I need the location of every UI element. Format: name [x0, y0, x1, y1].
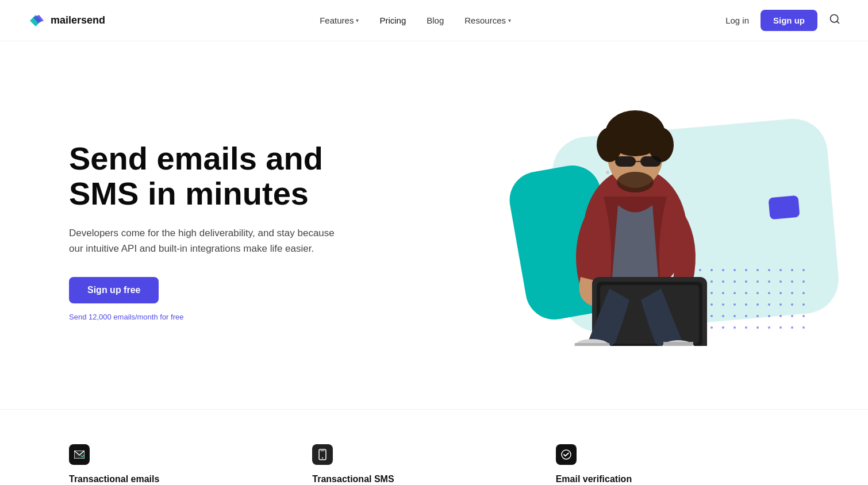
- login-link[interactable]: Log in: [725, 16, 749, 25]
- logo-icon: [28, 11, 46, 30]
- resources-chevron-icon: ▾: [508, 17, 511, 24]
- search-icon: [829, 13, 840, 25]
- nav-blog[interactable]: Blog: [427, 16, 444, 25]
- nav-links: Features ▾ Pricing Blog Resources ▾: [320, 16, 511, 25]
- feature-transactional-emails: Transactional emails Send with confidenc…: [69, 433, 312, 485]
- nav-resources[interactable]: Resources ▾: [464, 16, 511, 25]
- person-illustration: [535, 82, 742, 346]
- svg-line-3: [837, 21, 839, 24]
- features-chevron-icon: ▾: [356, 17, 359, 24]
- hero-section: Send emails and SMS in minutes Developer…: [0, 41, 868, 409]
- feature-email-verification: Email verification Keep your domain repu…: [556, 433, 799, 485]
- feature-2-title: Email verification: [556, 474, 781, 484]
- svg-point-22: [322, 457, 323, 459]
- hero-person: [535, 82, 742, 346]
- hero-title: Send emails and SMS in minutes: [69, 141, 345, 211]
- hero-signup-button[interactable]: Sign up free: [69, 277, 159, 303]
- feature-transactional-sms: Transactional SMS Send qualified SMS tex…: [312, 433, 555, 485]
- hero-illustration: [489, 93, 822, 369]
- signup-button[interactable]: Sign up: [761, 10, 817, 31]
- svg-rect-11: [640, 156, 661, 167]
- nav-actions: Log in Sign up: [725, 10, 840, 31]
- logo-text: mailersend: [51, 14, 105, 26]
- navbar: mailersend Features ▾ Pricing Blog Resou…: [0, 0, 868, 41]
- logo-link[interactable]: mailersend: [28, 11, 105, 30]
- feature-1-title: Transactional SMS: [312, 474, 537, 484]
- search-button[interactable]: [829, 13, 840, 28]
- phone-icon: [312, 444, 333, 465]
- feature-0-title: Transactional emails: [69, 474, 294, 484]
- hero-note: Send 12,000 emails/month for free: [69, 313, 345, 321]
- svg-rect-10: [615, 156, 636, 167]
- svg-point-9: [617, 172, 654, 193]
- hero-subtitle: Developers come for the high deliverabil…: [69, 225, 345, 256]
- features-section: Transactional emails Send with confidenc…: [0, 409, 868, 485]
- nav-pricing[interactable]: Pricing: [379, 16, 406, 25]
- hero-text: Send emails and SMS in minutes Developer…: [69, 141, 345, 322]
- svg-point-13: [606, 171, 609, 174]
- purple-shape: [768, 195, 800, 220]
- verification-icon: [556, 444, 577, 465]
- email-icon: [69, 444, 90, 465]
- nav-features[interactable]: Features ▾: [320, 16, 359, 25]
